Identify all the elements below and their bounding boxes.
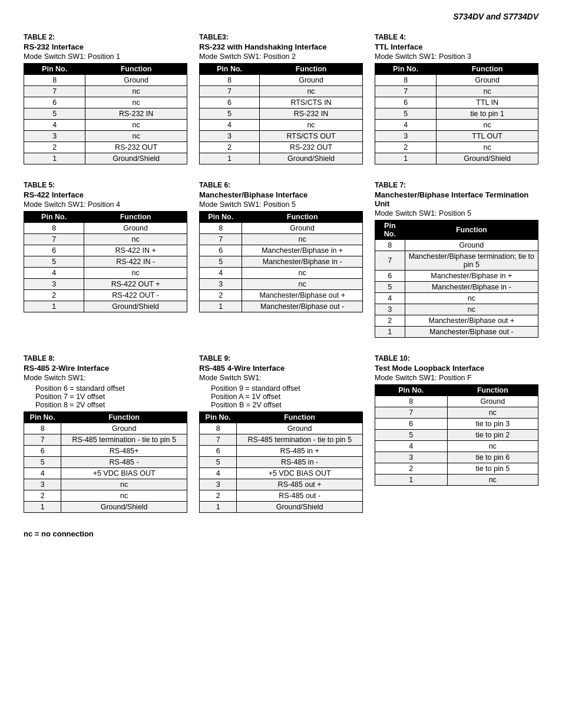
- table-cell: Ground: [61, 423, 187, 434]
- table-9-col-function: Function: [237, 412, 363, 423]
- table-3-subtitle: Mode Switch SW1: Position 2: [199, 52, 363, 61]
- table-cell: 8: [24, 223, 84, 234]
- table-cell: Manchester/Biphase out +: [242, 290, 363, 301]
- table-cell: 8: [375, 396, 448, 407]
- table-10-title: Test Mode Loopback Interface: [375, 364, 538, 373]
- table-7-col-pinno: Pin No.: [375, 220, 405, 240]
- table-cell: 2: [24, 490, 61, 502]
- table-cell: 6: [375, 419, 448, 430]
- table-10-col-pinno: Pin No.: [375, 385, 448, 396]
- table-cell: 2: [24, 290, 84, 301]
- position-info: Position 9 = standard offset: [211, 384, 363, 393]
- table-cell: 6: [200, 446, 237, 457]
- table-9-label: TABLE 9:: [199, 354, 363, 363]
- table-cell: 1: [24, 502, 61, 513]
- table-3-col-function: Function: [260, 64, 363, 75]
- table-2-subtitle: Mode Switch SW1: Position 1: [24, 52, 187, 61]
- table-cell: +5 VDC BIAS OUT: [61, 468, 187, 479]
- table-4-block: TABLE 4: TTL Interface Mode Switch SW1: …: [375, 33, 538, 164]
- table-7-title: Manchester/Biphase Interface Termination…: [375, 190, 538, 208]
- table-cell: 6: [24, 97, 85, 108]
- table-cell: nc: [85, 86, 187, 97]
- table-cell: Ground/Shield: [85, 153, 187, 164]
- table-cell: 2: [200, 142, 260, 153]
- table-cell: Ground/Shield: [61, 502, 187, 513]
- table-9-subtitle: Mode Switch SW1:: [199, 374, 363, 382]
- table-cell: 3: [375, 304, 405, 315]
- table-cell: 3: [375, 452, 448, 463]
- table-cell: RS-422 IN -: [84, 256, 187, 268]
- position-info: Position 7 = 1V offset: [35, 393, 187, 401]
- table-cell: Ground: [85, 75, 187, 86]
- table-9-title: RS-485 4-Wire Interface: [199, 364, 363, 373]
- table-cell: RS-485 -: [61, 457, 187, 468]
- table-8-subtitle: Mode Switch SW1:: [24, 374, 187, 382]
- table-4-col-function: Function: [437, 64, 538, 75]
- table-5-col-pinno: Pin No.: [24, 212, 84, 223]
- position-info: Position 6 = standard offset: [35, 384, 187, 393]
- table-cell: RTS/CTS IN: [260, 97, 363, 108]
- table-8-title: RS-485 2-Wire Interface: [24, 364, 187, 373]
- table-cell: Manchester/Biphase out -: [405, 327, 538, 338]
- table-cell: 7: [24, 434, 61, 446]
- table-2-col-function: Function: [85, 64, 187, 75]
- table-cell: Manchester/Biphase in -: [242, 256, 363, 268]
- table-cell: RS-485 termination - tie to pin 5: [61, 434, 187, 446]
- table-5-col-function: Function: [84, 212, 187, 223]
- table-cell: RS-422 OUT -: [84, 290, 187, 301]
- table-cell: 7: [24, 86, 85, 97]
- table-cell: 2: [24, 142, 85, 153]
- table-cell: Ground: [237, 423, 363, 434]
- table-cell: 6: [375, 271, 405, 282]
- table-cell: nc: [447, 407, 538, 419]
- table-cell: +5 VDC BIAS OUT: [237, 468, 363, 479]
- table-cell: 1: [24, 153, 85, 164]
- table-4-col-pinno: Pin No.: [375, 64, 437, 75]
- table-cell: 1: [200, 153, 260, 164]
- tables-row-2: TABLE 5: RS-422 Interface Mode Switch SW…: [24, 181, 538, 338]
- table-cell: RS-232 OUT: [85, 142, 187, 153]
- table-cell: 8: [375, 240, 405, 251]
- position-info: Position B = 2V offset: [211, 401, 363, 409]
- table-cell: 1: [200, 502, 237, 513]
- table-cell: 2: [375, 463, 448, 475]
- table-5-block: TABLE 5: RS-422 Interface Mode Switch SW…: [24, 181, 187, 312]
- table-cell: 4: [375, 441, 448, 452]
- table-10-col-function: Function: [447, 385, 538, 396]
- table-4-label: TABLE 4:: [375, 33, 538, 41]
- table-8-col-pinno: Pin No.: [24, 412, 61, 423]
- table-2-block: TABLE 2: RS-232 Interface Mode Switch SW…: [24, 33, 187, 164]
- table-cell: 4: [200, 268, 242, 279]
- table-6-block: TABLE 6: Manchester/Biphase Interface Mo…: [199, 181, 363, 312]
- table-cell: RS-485 out +: [237, 479, 363, 490]
- table-cell: nc: [61, 479, 187, 490]
- table-cell: 3: [24, 279, 84, 290]
- page-title: S734DV and S7734DV: [24, 12, 538, 21]
- table-cell: Ground: [437, 75, 538, 86]
- table-cell: nc: [437, 86, 538, 97]
- table-cell: 6: [24, 446, 61, 457]
- tables-row-3: TABLE 8: RS-485 2-Wire Interface Mode Sw…: [24, 354, 538, 513]
- table-cell: Ground: [447, 396, 538, 407]
- table-cell: 8: [200, 223, 242, 234]
- table-3: Pin No. Function 8Ground7nc6RTS/CTS IN5R…: [199, 63, 363, 164]
- table-cell: RS-232 IN: [260, 108, 363, 120]
- table-cell: 4: [375, 293, 405, 304]
- table-cell: RS-485 out -: [237, 490, 363, 502]
- table-cell: 7: [375, 86, 437, 97]
- table-6-col-pinno: Pin No.: [200, 212, 242, 223]
- table-7-block: TABLE 7: Manchester/Biphase Interface Te…: [375, 181, 538, 338]
- table-6-title: Manchester/Biphase Interface: [199, 190, 363, 199]
- table-2: Pin No. Function 8Ground7nc6nc5RS-232 IN…: [24, 63, 187, 164]
- table-10-label: TABLE 10:: [375, 354, 538, 363]
- table-cell: nc: [85, 131, 187, 142]
- table-cell: RS-422 IN +: [84, 245, 187, 256]
- table-cell: RS-232 IN: [85, 108, 187, 120]
- table-10-subtitle: Mode Switch SW1: Position F: [375, 374, 538, 382]
- table-cell: tie to pin 1: [437, 108, 538, 120]
- position-info: Position 8 = 2V offset: [35, 401, 187, 409]
- table-7-col-function: Function: [405, 220, 538, 240]
- table-3-label: TABLE3:: [199, 33, 363, 41]
- table-10: Pin No. Function 8Ground7nc6tie to pin 3…: [375, 384, 538, 486]
- table-cell: 2: [200, 290, 242, 301]
